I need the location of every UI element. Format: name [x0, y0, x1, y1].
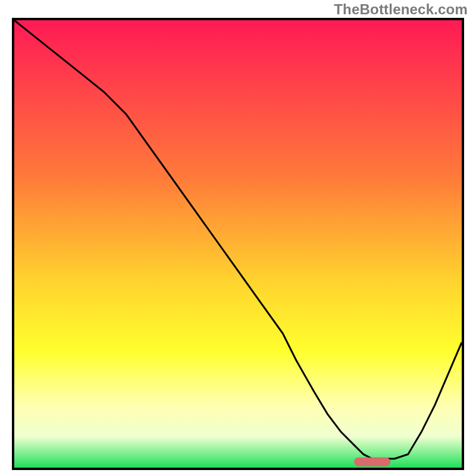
optimal-marker — [355, 458, 390, 466]
watermark-text: TheBottleneck.com — [334, 1, 468, 18]
gradient-background — [14, 20, 462, 468]
chart-container: TheBottleneck.com — [0, 0, 476, 476]
plot-svg — [14, 20, 462, 468]
plot-area — [14, 20, 462, 468]
